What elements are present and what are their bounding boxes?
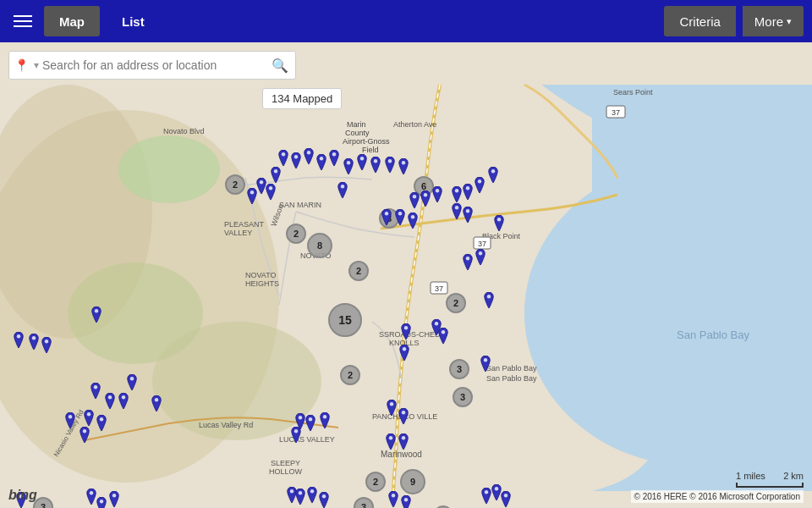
pin-marker[interactable] [474, 177, 486, 192]
cluster-marker[interactable]: 2 [365, 472, 386, 492]
pin-marker[interactable] [462, 207, 474, 222]
pin-marker[interactable] [290, 427, 302, 442]
pin-marker[interactable] [126, 374, 138, 389]
cluster-marker[interactable]: 2 [225, 174, 245, 195]
pin-marker[interactable] [343, 158, 354, 174]
pin-marker[interactable] [407, 213, 419, 228]
svg-point-84 [108, 395, 112, 399]
cluster-marker[interactable]: 2 [286, 224, 306, 244]
pin-marker[interactable] [96, 415, 107, 430]
svg-point-70 [398, 212, 402, 215]
pin-marker[interactable] [290, 152, 302, 168]
map-tab[interactable]: Map [44, 6, 100, 36]
pin-marker[interactable] [318, 492, 330, 507]
svg-point-108 [299, 491, 302, 494]
criteria-button[interactable]: Criteria [664, 6, 735, 36]
pin-marker[interactable] [394, 209, 406, 224]
pin-marker[interactable] [384, 157, 396, 172]
pin-marker[interactable] [319, 412, 331, 428]
pin-marker[interactable] [398, 345, 410, 360]
pin-marker[interactable] [64, 412, 76, 428]
pin-marker[interactable] [246, 188, 258, 203]
svg-point-89 [155, 398, 158, 401]
svg-point-115 [100, 500, 103, 503]
pin-marker[interactable] [480, 356, 491, 371]
pin-marker[interactable] [90, 383, 102, 398]
pin-marker[interactable] [500, 491, 512, 506]
pin-marker[interactable] [398, 408, 409, 423]
cluster-marker[interactable]: 8 [307, 233, 332, 258]
pin-marker[interactable] [398, 433, 409, 449]
svg-point-90 [83, 429, 86, 433]
pin-marker[interactable] [431, 186, 443, 202]
pin-marker[interactable] [400, 495, 412, 508]
svg-text:Novato Blvd: Novato Blvd [163, 127, 205, 135]
pin-marker[interactable] [315, 154, 327, 169]
cluster-marker[interactable]: 3 [449, 359, 469, 379]
pin-marker[interactable] [409, 192, 420, 207]
pin-marker[interactable] [337, 182, 348, 197]
pin-marker[interactable] [79, 427, 91, 442]
pin-marker[interactable] [118, 393, 129, 408]
pin-marker[interactable] [304, 415, 316, 430]
svg-text:VALLEY: VALLEY [224, 229, 252, 237]
map-container[interactable]: SAN MARIN NOVATO NOVATO HEIGHTS PLEASANT… [0, 42, 812, 508]
pin-marker[interactable] [277, 150, 289, 165]
cluster-marker[interactable]: 2 [340, 365, 360, 385]
list-tab[interactable]: List [107, 6, 160, 36]
pin-marker[interactable] [370, 157, 381, 172]
search-input[interactable] [42, 58, 265, 72]
cluster-marker[interactable]: 9 [400, 469, 425, 494]
cluster-marker[interactable]: 2 [348, 261, 369, 281]
search-dropdown-arrow[interactable]: ▾ [34, 59, 42, 71]
svg-point-93 [442, 330, 445, 334]
pin-marker[interactable] [398, 158, 409, 174]
pin-marker[interactable] [83, 410, 95, 425]
pin-marker[interactable] [451, 203, 463, 218]
pin-marker[interactable] [294, 489, 306, 504]
svg-text:SLEEPY: SLEEPY [271, 459, 300, 467]
pin-marker[interactable] [462, 254, 474, 269]
pin-marker[interactable] [420, 190, 431, 206]
hamburger-button[interactable] [8, 10, 37, 32]
pin-marker[interactable] [91, 306, 102, 322]
svg-point-57 [274, 169, 277, 173]
pin-marker[interactable] [151, 395, 162, 411]
pin-marker[interactable] [28, 334, 40, 349]
pin-marker[interactable] [387, 491, 399, 506]
pin-marker[interactable] [265, 184, 277, 199]
svg-point-76 [487, 295, 491, 298]
pin-marker[interactable] [13, 332, 25, 347]
pin-marker[interactable] [381, 209, 392, 224]
cluster-marker[interactable]: 3 [453, 387, 473, 407]
pin-marker[interactable] [385, 433, 397, 449]
pin-marker[interactable] [104, 393, 116, 408]
pin-marker[interactable] [475, 249, 486, 264]
more-button[interactable]: More ▾ [743, 6, 804, 36]
svg-point-68 [491, 169, 495, 173]
svg-point-81 [45, 340, 48, 343]
pin-marker[interactable] [400, 323, 412, 339]
pin-marker[interactable] [386, 400, 398, 415]
pin-marker[interactable] [328, 150, 340, 165]
pin-marker[interactable] [306, 487, 318, 502]
pin-marker[interactable] [437, 328, 449, 343]
pin-marker[interactable] [270, 167, 282, 182]
bing-logo: bing [8, 488, 37, 503]
cluster-marker[interactable]: 15 [328, 303, 362, 337]
pin-marker[interactable] [493, 215, 505, 230]
pin-marker[interactable] [96, 497, 107, 508]
pin-marker[interactable] [303, 148, 315, 163]
pin-marker[interactable] [356, 154, 368, 169]
pin-marker[interactable] [462, 184, 474, 199]
pin-marker[interactable] [41, 337, 52, 352]
pin-marker[interactable] [483, 292, 495, 307]
cluster-marker[interactable]: 2 [446, 293, 466, 313]
pin-marker[interactable] [451, 186, 463, 202]
svg-point-67 [478, 179, 481, 183]
svg-point-63 [424, 193, 427, 196]
search-button[interactable]: 🔍 [265, 58, 295, 74]
svg-point-85 [122, 395, 125, 399]
pin-marker[interactable] [487, 167, 499, 182]
pin-marker[interactable] [108, 491, 120, 506]
